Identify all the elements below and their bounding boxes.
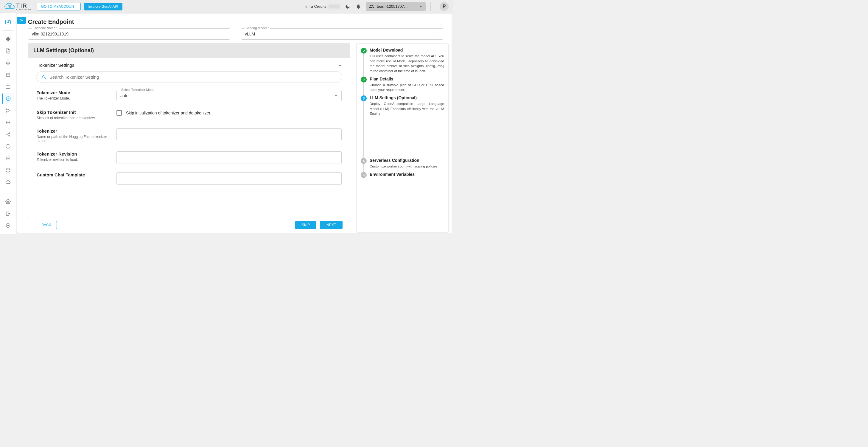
svg-point-35	[42, 76, 45, 78]
setting-tokenizer-mode-label: Tokenizer Mode The Tokenizer Mode.	[37, 90, 108, 100]
people-icon	[369, 4, 374, 9]
custom-chat-template-input[interactable]	[117, 172, 342, 185]
setting-tokenizer-revision-label: Tokenizer Revision Tokenizer revision to…	[37, 151, 108, 162]
svg-rect-5	[6, 40, 7, 41]
svg-line-27	[7, 133, 9, 134]
tokenizer-mode-field[interactable]: Select Tokenizer Mode auto	[117, 90, 342, 101]
svg-rect-15	[6, 86, 10, 89]
search-input[interactable]	[50, 74, 337, 80]
setting-skip-init-label: Skip Tokenizer Init Skip init of tokeniz…	[37, 110, 108, 120]
infra-credits: Infra Credits:	[305, 4, 340, 9]
logo[interactable]: TIR AI PLATFORM	[4, 3, 32, 10]
dark-mode-icon[interactable]	[345, 4, 350, 9]
rail-table-icon[interactable]	[2, 69, 14, 80]
svg-line-28	[7, 135, 9, 136]
rail-pipeline-icon[interactable]	[2, 105, 14, 116]
rail-sync-icon[interactable]	[2, 141, 14, 152]
tokenizer-mode-select[interactable]: auto	[117, 90, 342, 101]
rail-robot-icon[interactable]	[2, 58, 14, 68]
svg-point-8	[7, 63, 7, 63]
svg-point-34	[7, 225, 8, 226]
skip-init-text: Skip initialization of tokenizer and det…	[126, 111, 211, 115]
rail-new-folder-icon[interactable]	[2, 17, 14, 27]
notifications-icon[interactable]	[355, 4, 361, 9]
serving-model-field[interactable]: Serving Model * vLLM	[241, 28, 443, 40]
chevron-up-icon	[338, 63, 342, 68]
step-plan-details: Plan Details Choose a suitable plan of G…	[361, 77, 444, 92]
goto-myaccount-button[interactable]: GO TO MYACCOUNT	[37, 3, 81, 10]
rail-security-icon[interactable]	[2, 220, 14, 231]
setting-custom-chat-template-label: Custom Chat Template	[37, 172, 108, 179]
next-button[interactable]: NEXT	[320, 221, 343, 229]
svg-point-24	[6, 134, 7, 135]
rail-logout-icon[interactable]	[2, 208, 14, 219]
svg-point-25	[9, 132, 9, 133]
stepper-panel: Model Download TIR uses containers to se…	[356, 43, 448, 233]
section-header: LLM Settings (Optional)	[28, 43, 350, 58]
team-name: team-12051707…	[377, 4, 417, 9]
svg-point-9	[8, 63, 9, 63]
check-icon	[361, 48, 367, 54]
svg-point-32	[7, 201, 9, 203]
setting-tokenizer-label: Tokenizer Name or path of the Hugging Fa…	[37, 128, 108, 143]
step-serverless-config: 4 Serverless Configuration Customize wor…	[361, 158, 444, 169]
avatar[interactable]: P	[440, 2, 448, 11]
rail-medical-icon[interactable]	[2, 153, 14, 163]
rail-gauge-icon[interactable]	[2, 93, 14, 104]
accordion-tokenizer-settings[interactable]: Tokenizer Settings	[35, 61, 343, 71]
rail-cube-icon[interactable]	[2, 165, 14, 176]
back-button[interactable]: BACK	[36, 221, 57, 229]
rail-grid-plus-icon[interactable]	[2, 117, 14, 128]
svg-point-11	[8, 60, 8, 61]
explore-genai-button[interactable]: Explore GenAI API	[84, 3, 122, 10]
tokenizer-revision-input[interactable]	[117, 151, 342, 164]
skip-init-checkbox[interactable]	[117, 110, 122, 116]
logo-text: TIR AI PLATFORM	[16, 3, 32, 10]
chevron-down-icon	[436, 32, 439, 36]
tokenizer-input[interactable]	[117, 128, 342, 141]
serving-model-select[interactable]: vLLM	[241, 28, 443, 40]
svg-rect-4	[8, 37, 10, 38]
rail-briefcase-icon[interactable]	[2, 81, 14, 92]
endpoint-name-field[interactable]: Endpoint Name *	[28, 28, 230, 40]
search-icon	[42, 75, 46, 80]
svg-rect-3	[6, 37, 7, 38]
team-dropdown[interactable]: team-12051707…	[366, 2, 426, 11]
page-title: Create Endpoint	[28, 19, 452, 25]
skip-button[interactable]: SKIP	[295, 221, 316, 229]
svg-point-16	[8, 98, 9, 99]
svg-line-36	[45, 78, 45, 79]
step-env-vars: 5 Environment Variables	[361, 172, 444, 178]
left-nav-rail	[0, 13, 16, 234]
chevron-down-icon	[334, 94, 338, 97]
check-icon	[361, 77, 367, 83]
svg-point-17	[6, 109, 7, 110]
svg-point-18	[6, 112, 7, 112]
step-llm-settings: 3 LLM Settings (Optional) Deploy OpenAI-…	[361, 95, 444, 116]
rail-settings-icon[interactable]	[2, 197, 14, 207]
rail-document-icon[interactable]	[2, 46, 14, 56]
svg-point-26	[9, 135, 9, 136]
rail-share-icon[interactable]	[2, 129, 14, 140]
expand-sidebar-button[interactable]	[17, 17, 26, 24]
step-model-download: Model Download TIR uses containers to se…	[361, 48, 444, 73]
endpoint-name-input[interactable]	[28, 28, 230, 40]
main-content: Create Endpoint Endpoint Name * Serving …	[17, 14, 452, 233]
rail-dashboard-icon[interactable]	[2, 34, 14, 44]
logo-cloud-icon	[4, 3, 14, 10]
top-header: TIR AI PLATFORM GO TO MYACCOUNT Explore …	[0, 0, 453, 13]
footer-bar: BACK SKIP NEXT	[28, 217, 350, 233]
chevron-down-icon	[419, 5, 423, 8]
rail-cloud-icon[interactable]	[2, 177, 14, 187]
svg-rect-6	[8, 40, 10, 41]
search-tokenizer-setting[interactable]	[36, 71, 342, 83]
svg-point-19	[9, 110, 10, 111]
